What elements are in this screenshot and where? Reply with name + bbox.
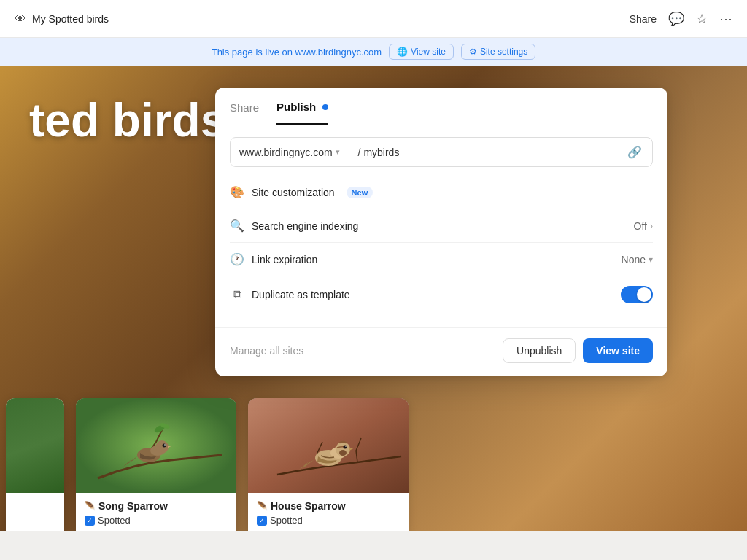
duplicate-template-label: Duplicate as template <box>252 289 350 300</box>
search-indexing-right[interactable]: Off › <box>634 220 653 232</box>
page-area: ted birds <box>0 66 747 531</box>
top-bar-left: 👁 My Spotted birds <box>15 12 109 26</box>
popup-footer: Manage all sites Unpublish View site <box>215 327 667 376</box>
publish-tab-dot <box>322 104 328 110</box>
toggle-knob <box>637 287 651 302</box>
search-icon: 🔍 <box>230 219 244 233</box>
settings-icon: ⚙ <box>469 47 477 57</box>
option-duplicate-template: ⧉ Duplicate as template <box>230 276 653 313</box>
footer-buttons: Unpublish View site <box>503 338 653 363</box>
live-banner-text: This page is live on www.birdingnyc.com <box>212 47 382 58</box>
link-expiration-left: 🕐 Link expiration <box>230 252 317 266</box>
site-customization-left: 🎨 Site customization New <box>230 185 373 199</box>
comment-icon[interactable]: 💬 <box>668 11 684 27</box>
site-settings-banner-label: Site settings <box>480 47 527 57</box>
clock-icon: 🕐 <box>230 252 244 266</box>
tab-publish[interactable]: Publish <box>276 101 328 125</box>
eye-icon: 👁 <box>15 12 26 26</box>
option-site-customization[interactable]: 🎨 Site customization New <box>230 176 653 209</box>
chevron-expiration-icon: ▾ <box>649 254 653 265</box>
url-path-display[interactable]: / mybirds <box>349 139 617 166</box>
duplicate-icon: ⧉ <box>230 288 244 301</box>
site-settings-banner-button[interactable]: ⚙ Site settings <box>461 44 535 60</box>
live-banner: This page is live on www.birdingnyc.com … <box>0 38 747 66</box>
option-link-expiration[interactable]: 🕐 Link expiration None ▾ <box>230 243 653 276</box>
popup-overlay: Share Publish www.birdingnyc.com ▾ <box>0 66 747 531</box>
option-search-indexing[interactable]: 🔍 Search engine indexing Off › <box>230 209 653 243</box>
view-site-banner-label: View site <box>411 47 446 57</box>
site-customization-label: Site customization <box>252 187 335 198</box>
publish-popup: Share Publish www.birdingnyc.com ▾ <box>215 88 667 376</box>
top-bar-right: Share 💬 ☆ ⋯ <box>630 11 732 27</box>
top-bar: 👁 My Spotted birds Share 💬 ☆ ⋯ <box>0 0 747 38</box>
search-indexing-value: Off <box>634 220 647 232</box>
url-copy-icon[interactable]: 🔗 <box>617 138 652 166</box>
url-path-text: / mybirds <box>358 147 400 158</box>
link-expiration-value: None <box>622 254 646 265</box>
manage-all-sites-link[interactable]: Manage all sites <box>230 345 303 357</box>
search-indexing-label: Search engine indexing <box>252 220 358 232</box>
more-options-icon[interactable]: ⋯ <box>719 11 732 27</box>
new-badge: New <box>347 187 374 198</box>
page-title: My Spotted birds <box>32 13 109 25</box>
star-icon[interactable]: ☆ <box>696 11 708 27</box>
tab-share[interactable]: Share <box>230 101 259 124</box>
chevron-search-icon: › <box>650 221 653 231</box>
share-button-top[interactable]: Share <box>630 13 657 25</box>
link-expiration-label: Link expiration <box>252 254 317 265</box>
url-row: www.birdingnyc.com ▾ / mybirds 🔗 <box>230 137 653 167</box>
chevron-domain-icon: ▾ <box>336 147 340 157</box>
unpublish-button[interactable]: Unpublish <box>503 338 576 363</box>
search-indexing-left: 🔍 Search engine indexing <box>230 219 358 233</box>
paintbrush-icon: 🎨 <box>230 185 244 199</box>
url-domain-selector[interactable]: www.birdingnyc.com ▾ <box>231 139 349 166</box>
duplicate-template-toggle[interactable] <box>621 286 653 303</box>
popup-body: www.birdingnyc.com ▾ / mybirds 🔗 🎨 Site … <box>215 125 667 324</box>
link-expiration-right[interactable]: None ▾ <box>622 254 653 265</box>
popup-tabs: Share Publish <box>215 88 667 125</box>
globe-icon: 🌐 <box>397 47 408 57</box>
url-domain-text: www.birdingnyc.com <box>239 147 333 158</box>
view-site-button[interactable]: View site <box>583 338 653 363</box>
view-site-banner-button[interactable]: 🌐 View site <box>389 44 454 60</box>
duplicate-template-left: ⧉ Duplicate as template <box>230 288 350 301</box>
